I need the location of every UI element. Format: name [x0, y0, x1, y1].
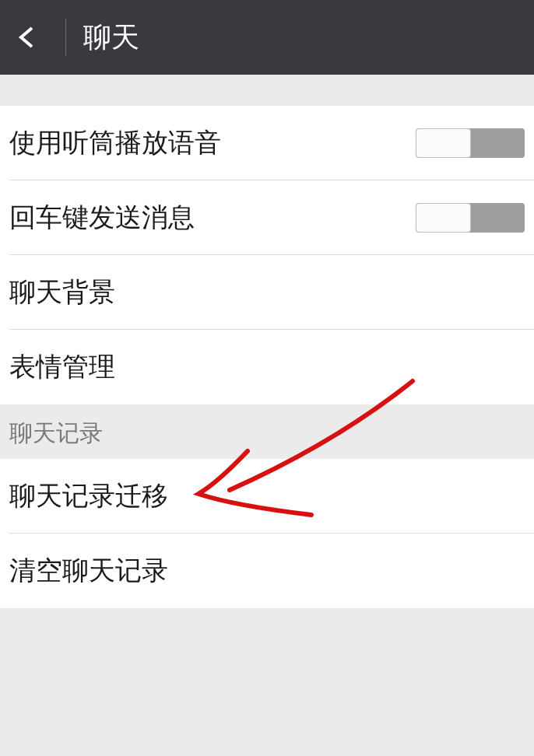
section-header-chat-history: 聊天记录 — [0, 404, 534, 459]
setting-clear-chat-history[interactable]: 清空聊天记录 — [0, 534, 534, 608]
list-item-label: 清空聊天记录 — [9, 553, 168, 589]
list-item-label: 表情管理 — [9, 349, 115, 385]
toggle-earpiece[interactable] — [416, 128, 525, 158]
section-header-label: 聊天记录 — [9, 418, 103, 450]
settings-group-2: 聊天记录迁移 清空聊天记录 — [0, 459, 534, 608]
list-item-label: 回车键发送消息 — [9, 200, 195, 236]
list-item-label: 使用听筒播放语音 — [9, 125, 221, 161]
header-divider — [65, 19, 66, 56]
page-title: 聊天 — [83, 19, 139, 57]
setting-chat-history-migrate[interactable]: 聊天记录迁移 — [0, 459, 534, 534]
setting-chat-background[interactable]: 聊天背景 — [0, 255, 534, 330]
setting-enter-send[interactable]: 回车键发送消息 — [0, 180, 534, 255]
settings-group-1: 使用听筒播放语音 回车键发送消息 聊天背景 表情管理 — [0, 106, 534, 404]
setting-earpiece-voice[interactable]: 使用听筒播放语音 — [0, 106, 534, 180]
list-item-label: 聊天背景 — [9, 275, 115, 310]
back-icon[interactable] — [14, 23, 42, 51]
toggle-enter-send[interactable] — [416, 203, 525, 233]
header-bar: 聊天 — [0, 0, 534, 75]
list-item-label: 聊天记录迁移 — [9, 478, 168, 514]
spacer — [0, 75, 534, 106]
setting-emoji-manage[interactable]: 表情管理 — [0, 330, 534, 404]
toggle-knob — [416, 203, 471, 233]
toggle-knob — [416, 128, 471, 158]
